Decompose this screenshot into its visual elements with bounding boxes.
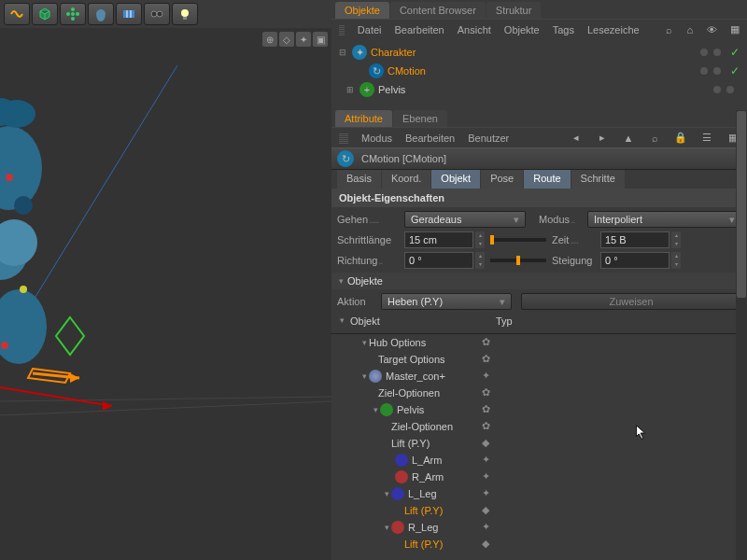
dropdown-modus[interactable]: Interpoliert xyxy=(587,211,741,228)
subtab-pose[interactable]: Pose xyxy=(481,170,523,189)
dropdown-aktion[interactable]: Heben (P.Y) xyxy=(381,293,512,310)
hierarchy-row-cmotion[interactable]: ↻ CMotion ✓ xyxy=(339,62,740,80)
spinner[interactable]: ▴▾ xyxy=(671,231,681,248)
tree-row-larm[interactable]: L_Arm ✦ xyxy=(331,452,747,469)
tab-struktur[interactable]: Struktur xyxy=(486,2,542,19)
tree-row-ziel2[interactable]: Ziel-Optionen ✿ xyxy=(331,418,747,435)
tree-row-master[interactable]: ▾ Master_con+ ✦ xyxy=(331,368,747,385)
grip-icon[interactable] xyxy=(339,133,348,144)
hierarchy-row-charakter[interactable]: ⊟ ✦ Charakter ✓ xyxy=(339,43,740,62)
new-icon[interactable]: ☰ xyxy=(700,132,713,145)
visibility-dot[interactable] xyxy=(700,67,708,75)
tool-snake-icon[interactable] xyxy=(4,3,30,25)
menu-datei[interactable]: Datei xyxy=(358,24,382,35)
expand-icon[interactable]: ▾ xyxy=(359,371,369,381)
spinner[interactable]: ▴▾ xyxy=(475,231,485,248)
menu-ansicht[interactable]: Ansicht xyxy=(458,24,491,35)
hierarchy-label[interactable]: Pelvis xyxy=(378,84,710,95)
tool-sphere-icon[interactable] xyxy=(88,3,114,25)
expand-icon[interactable]: ▾ xyxy=(382,489,391,498)
tool-light-icon[interactable] xyxy=(172,3,198,25)
visibility-dot[interactable] xyxy=(713,67,721,75)
3d-viewport[interactable]: ⊕ ◇ ✦ ▣ xyxy=(0,28,331,560)
gear-icon[interactable]: ✿ xyxy=(482,420,495,433)
eye-icon[interactable]: 👁 xyxy=(707,23,717,36)
nav-fwd-icon[interactable]: ▸ xyxy=(596,132,609,145)
tree-row-ziel[interactable]: Ziel-Optionen ✿ xyxy=(331,385,747,401)
tool-camera-icon[interactable] xyxy=(144,3,170,25)
menu-modus[interactable]: Modus xyxy=(361,133,392,144)
expand-icon[interactable]: ⊞ xyxy=(346,85,356,94)
column-objekt[interactable]: Objekt xyxy=(346,315,496,333)
tree-row-lleg[interactable]: ▾ L_Leg ✦ xyxy=(331,485,747,502)
spinner[interactable]: ▴▾ xyxy=(475,252,485,269)
lock-icon[interactable]: 🔒 xyxy=(674,132,687,145)
tool-grid-icon[interactable] xyxy=(116,3,142,25)
input-schrittlaenge[interactable]: 15 cm xyxy=(404,231,473,248)
visibility-dot[interactable] xyxy=(700,49,708,56)
tree-row-hub[interactable]: ▾ Hub Options ✿ xyxy=(331,334,747,351)
input-steigung[interactable]: 0 ° xyxy=(600,252,669,269)
scrollbar-thumb[interactable] xyxy=(737,111,746,298)
subtab-basis[interactable]: Basis xyxy=(337,170,381,189)
tab-ebenen[interactable]: Ebenen xyxy=(393,110,447,127)
column-typ[interactable]: Typ xyxy=(496,315,543,333)
menu-objekte[interactable]: Objekte xyxy=(504,24,540,35)
nav-up-icon[interactable]: ▲ xyxy=(622,132,635,145)
tree-row-lift[interactable]: Lift (P.Y) ◆ xyxy=(331,435,747,452)
tree-row-rleg[interactable]: ▾ R_Leg ✦ xyxy=(331,519,747,536)
diamond-icon[interactable]: ◆ xyxy=(482,437,495,450)
button-zuweisen[interactable]: Zuweisen xyxy=(521,293,741,310)
hierarchy-label[interactable]: Charakter xyxy=(371,47,697,58)
expand-icon[interactable]: ▾ xyxy=(359,338,369,347)
expand-icon[interactable]: ▾ xyxy=(382,523,391,532)
spinner[interactable]: ▴▾ xyxy=(671,252,681,269)
expand-icon[interactable]: ▾ xyxy=(371,405,380,414)
slider-schrittlaenge[interactable] xyxy=(490,238,546,242)
menu-benutzer[interactable]: Benutzer xyxy=(468,133,509,144)
tool-flower-icon[interactable] xyxy=(60,3,86,25)
tree-row-liftpy2[interactable]: Lift (P.Y) ◆ xyxy=(331,536,747,553)
type-icon[interactable]: ✦ xyxy=(482,470,495,483)
subtab-objekt[interactable]: Objekt xyxy=(431,170,480,189)
tab-objekte[interactable]: Objekte xyxy=(335,2,389,19)
dropdown-gehen[interactable]: Geradeaus xyxy=(404,211,526,228)
type-icon[interactable]: ✦ xyxy=(482,487,495,500)
vertical-scrollbar[interactable] xyxy=(736,110,747,560)
search-icon[interactable]: ⌕ xyxy=(666,23,673,36)
tree-row-pelvis[interactable]: ▾ Pelvis ✿ xyxy=(331,401,747,418)
type-icon[interactable]: ✦ xyxy=(482,370,495,383)
visibility-dot[interactable] xyxy=(726,86,734,93)
enable-check-icon[interactable]: ✓ xyxy=(730,64,740,77)
grip-icon[interactable] xyxy=(339,24,345,35)
hierarchy-label[interactable]: CMotion xyxy=(388,65,697,77)
nav-back-icon[interactable]: ◂ xyxy=(570,132,583,145)
subtab-route[interactable]: Route xyxy=(524,170,570,189)
expand-icon[interactable]: ▾ xyxy=(337,315,346,333)
tab-content-browser[interactable]: Content Browser xyxy=(390,2,486,19)
subtab-koord[interactable]: Koord. xyxy=(382,170,430,189)
enable-check-icon[interactable]: ✓ xyxy=(730,46,740,59)
menu-tags[interactable]: Tags xyxy=(553,24,574,35)
tree-row-rarm[interactable]: R_Arm ✦ xyxy=(331,469,747,485)
type-icon[interactable]: ✦ xyxy=(482,454,495,467)
input-richtung[interactable]: 0 ° xyxy=(404,252,473,269)
hierarchy-row-pelvis[interactable]: ⊞ + Pelvis xyxy=(339,80,740,99)
tool-cube-icon[interactable] xyxy=(32,3,58,25)
visibility-dot[interactable] xyxy=(713,49,721,56)
diamond-icon[interactable]: ◆ xyxy=(482,504,495,517)
tree-row-target[interactable]: Target Options ✿ xyxy=(331,351,747,368)
gear-icon[interactable]: ✿ xyxy=(482,386,495,399)
visibility-dot[interactable] xyxy=(713,86,721,93)
slider-richtung[interactable] xyxy=(490,259,546,262)
expand-icon[interactable]: ⊟ xyxy=(339,48,348,57)
type-icon[interactable]: ✦ xyxy=(482,521,495,534)
menu-bearbeiten[interactable]: Bearbeiten xyxy=(395,24,444,35)
diamond-icon[interactable]: ◆ xyxy=(482,538,495,551)
subtab-schritte[interactable]: Schritte xyxy=(571,170,625,189)
search-icon[interactable]: ⌕ xyxy=(648,132,661,145)
tab-attribute[interactable]: Attribute xyxy=(335,110,392,127)
menu-bearbeiten2[interactable]: Bearbeiten xyxy=(405,133,455,144)
tree-row-liftpy[interactable]: Lift (P.Y) ◆ xyxy=(331,502,747,519)
grid-icon[interactable]: ▦ xyxy=(730,23,740,36)
